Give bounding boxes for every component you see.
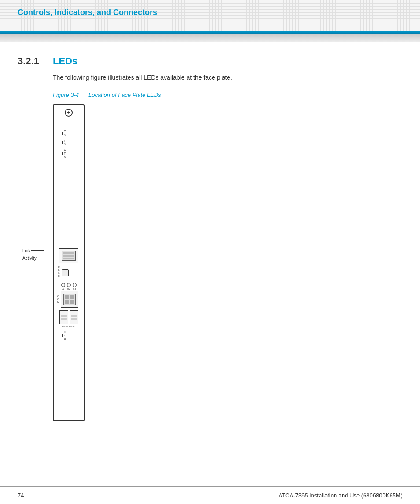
activity-line xyxy=(37,258,44,258)
led-is-indicator xyxy=(59,141,63,144)
led-atn-label: ATN xyxy=(64,149,66,159)
u2-circle xyxy=(67,283,71,287)
u2-label: U2 xyxy=(67,287,70,290)
figure-label-number: Figure 3-4 xyxy=(53,92,79,98)
reset-area: R E S E T xyxy=(55,266,82,280)
header-background: Controls, Indicators, and Connectors xyxy=(0,0,420,31)
reset-t: T xyxy=(58,277,60,280)
u1-label: U1 xyxy=(62,287,64,290)
u3-label: U3 xyxy=(73,287,76,290)
com-text-block: C O M xyxy=(57,295,59,304)
com-connector xyxy=(61,291,78,308)
u3-led: U3 xyxy=(73,283,77,290)
usb1-inner xyxy=(61,312,67,323)
usb2-line2 xyxy=(71,316,77,317)
usb2-line1 xyxy=(71,315,77,316)
link-label: Link xyxy=(22,248,30,253)
accent-bar xyxy=(0,31,420,34)
reset-r: R xyxy=(58,266,60,269)
link-label-row: Link xyxy=(22,248,44,253)
com-area: C O M xyxy=(55,291,82,308)
com-pin2 xyxy=(70,295,74,299)
com-pin1 xyxy=(65,295,69,299)
main-content: 3.2.1 LEDs The following figure illustra… xyxy=(0,42,420,448)
usb2-line4 xyxy=(71,319,77,320)
u1-circle xyxy=(61,283,65,287)
usb-label: USB1 USB2 xyxy=(62,325,75,328)
com-o: O xyxy=(57,298,59,301)
usb1-line2 xyxy=(61,316,67,317)
footer-page-number: 74 xyxy=(18,492,24,499)
led-os-indicator xyxy=(59,132,63,135)
reset-s: S xyxy=(58,272,60,275)
led-is-label: IS xyxy=(64,139,66,146)
intro-text: The following figure illustrates all LED… xyxy=(53,74,402,81)
activity-label: Activity xyxy=(22,256,37,261)
led-is: IS xyxy=(59,139,82,146)
com-pin3 xyxy=(65,300,69,304)
u1-led: U1 xyxy=(61,283,65,290)
usb-connectors-row xyxy=(59,310,78,324)
led-atn-indicator xyxy=(59,152,63,155)
section-title: LEDs xyxy=(53,55,77,67)
header-title-bar: Controls, Indicators, and Connectors xyxy=(0,4,420,21)
bottom-hs-led: H/S xyxy=(55,331,82,341)
page-title: Controls, Indicators, and Connectors xyxy=(18,8,157,17)
figure-caption: Figure 3-4 Location of Face Plate LEDs xyxy=(53,92,402,98)
bottom-hs-label: H/S xyxy=(64,331,66,341)
link-line xyxy=(31,250,44,251)
usb1-line4 xyxy=(61,319,67,320)
usb2-line3 xyxy=(71,318,77,319)
eth-area: Link Activity xyxy=(55,248,82,263)
led-os-label: OS xyxy=(64,130,66,136)
footer-doc-title: ATCA-7365 Installation and Use (6806800K… xyxy=(278,492,402,499)
reset-button[interactable] xyxy=(62,269,69,276)
usb2-connector xyxy=(70,310,78,324)
top-led-group: OS IS ATN xyxy=(55,130,82,159)
reset-e: E xyxy=(58,269,60,272)
faceplate-diagram: OS IS ATN Link xyxy=(53,104,85,421)
usb1-line1 xyxy=(61,315,67,316)
reset-e2: E xyxy=(58,275,60,278)
led-atn: ATN xyxy=(59,149,82,159)
com-c: C xyxy=(57,295,59,298)
section-number: 3.2.1 xyxy=(18,55,44,67)
eth-inner xyxy=(62,251,76,261)
activity-label-row: Activity xyxy=(22,256,44,261)
bottom-hs-indicator xyxy=(59,334,63,337)
footer: 74 ATCA-7365 Installation and Use (68068… xyxy=(0,486,420,504)
u3-circle xyxy=(73,283,77,287)
gray-band xyxy=(0,34,420,42)
reset-text-block: R E S E T xyxy=(58,266,60,280)
com-pin4 xyxy=(70,300,74,304)
usb2-inner xyxy=(71,312,77,323)
com-inner xyxy=(63,294,76,305)
usb-area: USB1 USB2 xyxy=(55,310,82,328)
top-screw xyxy=(65,109,73,117)
led-os: OS xyxy=(59,130,82,136)
u-leds-row: U1 U2 U3 xyxy=(61,283,77,290)
u2-led: U2 xyxy=(67,283,71,290)
section-heading: 3.2.1 LEDs xyxy=(18,55,402,67)
link-activity-labels: Link Activity xyxy=(22,248,44,261)
usb1-line3 xyxy=(61,318,67,319)
com-m: M xyxy=(57,301,59,304)
figure-label-title: Location of Face Plate LEDs xyxy=(88,92,161,98)
usb1-connector xyxy=(59,310,68,324)
eth-connector xyxy=(59,248,78,263)
diagram-container: OS IS ATN Link xyxy=(53,104,85,421)
